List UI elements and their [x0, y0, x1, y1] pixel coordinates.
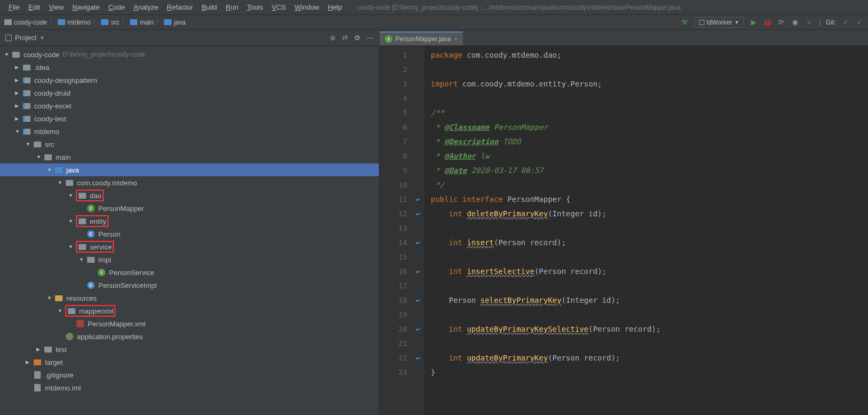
- hide-icon[interactable]: —: [367, 34, 374, 42]
- menu-code[interactable]: Code: [104, 1, 129, 13]
- tree-item-coody-test[interactable]: coody-test: [0, 112, 379, 125]
- gear-icon[interactable]: ✿: [354, 34, 360, 42]
- debug-icon[interactable]: 🐞: [763, 18, 772, 27]
- tree-item-dao[interactable]: dao: [0, 189, 379, 202]
- breadcrumb-item[interactable]: coody-code: [4, 19, 47, 26]
- menu-help[interactable]: Help: [323, 1, 346, 13]
- git-label: Git:: [826, 19, 836, 26]
- collapse-icon[interactable]: ⇄: [342, 34, 348, 42]
- gutter-nav-icon[interactable]: ↩: [416, 322, 420, 336]
- editor-tab-label: PersonMapper.java: [396, 35, 451, 43]
- tree-item-service[interactable]: service: [0, 240, 379, 253]
- target-icon[interactable]: ⊕: [330, 34, 336, 42]
- coverage-icon[interactable]: ⟳: [777, 18, 786, 27]
- tree-item-coody-druid[interactable]: coody-druid: [0, 87, 379, 99]
- menu-file[interactable]: File: [4, 1, 24, 13]
- tree-item-PersonService[interactable]: IPersonService: [0, 266, 379, 279]
- editor-tab-active[interactable]: I PersonMapper.java ×: [379, 32, 463, 45]
- menu-analyze[interactable]: Analyze: [129, 1, 162, 13]
- breadcrumb-item[interactable]: mtdemo: [58, 19, 90, 26]
- profile-icon[interactable]: ◉: [791, 18, 800, 27]
- tree-item--gitignore[interactable]: .gitignore: [0, 369, 379, 381]
- tree-item-main[interactable]: main: [0, 151, 379, 163]
- stop-icon[interactable]: ■: [805, 18, 813, 27]
- menu-window[interactable]: Window: [290, 1, 323, 13]
- line-gutter: 1234567891011121314151617181920212223: [379, 46, 412, 415]
- run-config-selector[interactable]: IdWorker ▼: [694, 17, 744, 28]
- run-icon[interactable]: ▶: [749, 18, 758, 27]
- tree-item-com-coody-mtdemo[interactable]: com.coody.mtdemo: [0, 176, 379, 189]
- navbar: coody-code〉mtdemo〉src〉main〉java ⚒ IdWork…: [0, 15, 868, 30]
- tree-item-impl[interactable]: impl: [0, 253, 379, 266]
- menu-edit[interactable]: Edit: [24, 1, 44, 13]
- tree-item-mtdemo[interactable]: mtdemo: [0, 125, 379, 138]
- menu-vcs[interactable]: VCS: [267, 1, 290, 13]
- tree-item-PersonMapper-xml[interactable]: PersonMapper.xml: [0, 317, 379, 330]
- project-sidebar: Project ▼ ⊕ ⇄ ✿ — coody-codeD:\lw\my_pro…: [0, 30, 379, 415]
- dropdown-icon[interactable]: ▼: [40, 35, 44, 41]
- breadcrumb-item[interactable]: main: [130, 19, 153, 26]
- menu-view[interactable]: View: [44, 1, 68, 13]
- project-icon: [5, 35, 12, 41]
- project-tree[interactable]: coody-codeD:\lw\my_project\coody-code.id…: [0, 46, 379, 415]
- editor-tabs: I PersonMapper.java ×: [379, 30, 868, 46]
- project-label[interactable]: Project: [15, 34, 36, 42]
- editor-body[interactable]: 1234567891011121314151617181920212223 ↩↩…: [379, 46, 868, 415]
- run-config-label: IdWorker: [707, 19, 732, 26]
- tree-item-java[interactable]: java: [0, 163, 379, 176]
- menu-run[interactable]: Run: [221, 1, 243, 13]
- tree-item-coody-excel[interactable]: coody-excel: [0, 99, 379, 112]
- sidebar-header: Project ▼ ⊕ ⇄ ✿ —: [0, 30, 379, 46]
- breadcrumb-item[interactable]: src: [101, 19, 119, 26]
- window-title: coody-code [D:\lw\my_project\coody-code]…: [357, 4, 681, 11]
- tree-item-coody-code[interactable]: coody-codeD:\lw\my_project\coody-code: [0, 48, 379, 61]
- gutter-nav-icon[interactable]: ↩: [416, 236, 420, 250]
- git-update-icon[interactable]: ✓: [841, 18, 850, 27]
- toolbar-right: ⚒ IdWorker ▼ ▶ 🐞 ⟳ ◉ ■ | Git: ✓ ✓: [680, 17, 864, 28]
- tree-item-src[interactable]: src: [0, 138, 379, 151]
- hammer-icon[interactable]: ⚒: [680, 18, 689, 27]
- interface-icon: I: [385, 35, 392, 43]
- menu-refactor[interactable]: Refactor: [162, 1, 197, 13]
- close-icon[interactable]: ×: [454, 36, 457, 42]
- tree-item-test[interactable]: test: [0, 343, 379, 356]
- gutter-nav-icon[interactable]: ↩: [416, 207, 420, 221]
- tree-item-mtdemo-iml[interactable]: mtdemo.iml: [0, 381, 379, 394]
- tree-item-PersonMapper[interactable]: IPersonMapper: [0, 202, 379, 215]
- code-area[interactable]: package com.coody.mtdemo.dao;import com.…: [424, 46, 868, 415]
- main-area: Project ▼ ⊕ ⇄ ✿ — coody-codeD:\lw\my_pro…: [0, 30, 868, 415]
- menubar: FileEditViewNavigateCodeAnalyzeRefactorB…: [0, 0, 868, 15]
- gutter-nav-icon[interactable]: ↩: [416, 293, 420, 308]
- tree-item-application-properties[interactable]: application.properties: [0, 330, 379, 343]
- gutter-nav-icon[interactable]: ↩: [416, 351, 420, 365]
- breadcrumb-item[interactable]: java: [164, 19, 185, 26]
- gutter-nav-icon[interactable]: ↩: [416, 264, 420, 279]
- git-commit-icon[interactable]: ✓: [855, 18, 864, 27]
- tree-item-coody-designpattern[interactable]: coody-designpattern: [0, 74, 379, 87]
- menu-build[interactable]: Build: [197, 1, 221, 13]
- menu-tools[interactable]: Tools: [243, 1, 267, 13]
- menu-navigate[interactable]: Navigate: [68, 1, 104, 13]
- breadcrumb: coody-code〉mtdemo〉src〉main〉java: [4, 18, 185, 27]
- tree-item-target[interactable]: target: [0, 356, 379, 369]
- tree-item-entity[interactable]: entity: [0, 215, 379, 228]
- tree-item--idea[interactable]: .idea: [0, 61, 379, 74]
- gutter-nav-icon[interactable]: ↩: [416, 192, 420, 207]
- editor-pane: I PersonMapper.java × 123456789101112131…: [379, 30, 868, 415]
- icon-gutter: ↩↩↩↩↩↩↩: [412, 46, 424, 415]
- tree-item-mapperxml[interactable]: mapperxml: [0, 304, 379, 317]
- tree-item-Person[interactable]: CPerson: [0, 228, 379, 240]
- tree-item-resources[interactable]: resources: [0, 292, 379, 304]
- tree-item-PersonServiceImpl[interactable]: CPersonServiceImpl: [0, 279, 379, 292]
